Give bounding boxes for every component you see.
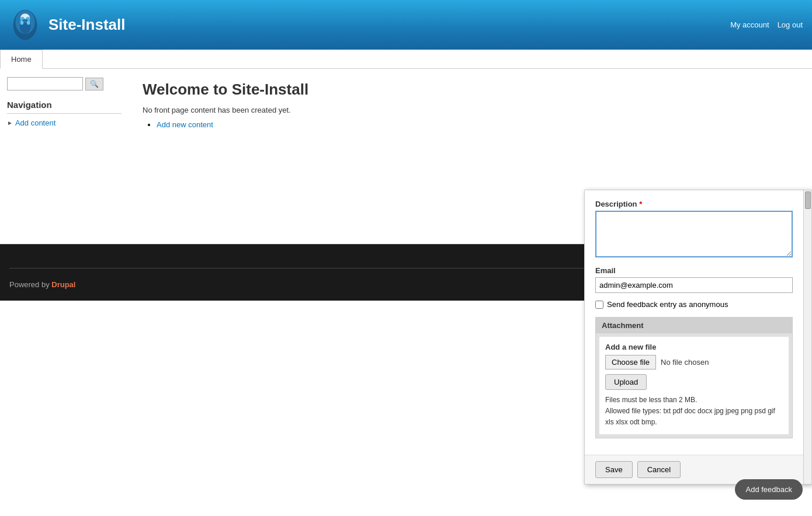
- tab-home[interactable]: Home: [0, 50, 43, 69]
- navigation-title: Navigation: [7, 100, 122, 114]
- log-out-link[interactable]: Log out: [778, 20, 803, 29]
- add-content-label: Add content: [15, 118, 55, 127]
- sidebar: 🔍 Navigation ► Add content: [0, 69, 129, 244]
- site-title: Site-Install: [48, 16, 125, 34]
- scrollbar-thumb: [805, 191, 811, 209]
- anonymous-row: Send feedback entry as anonymous: [595, 300, 793, 301]
- my-account-link[interactable]: My account: [730, 20, 769, 29]
- content-list: Add new content: [157, 120, 798, 129]
- drupal-logo: [9, 8, 41, 43]
- add-new-content-link[interactable]: Add new content: [157, 120, 213, 129]
- modal-scrollbar[interactable]: [803, 190, 811, 301]
- description-label: Description *: [595, 200, 793, 208]
- svg-point-6: [20, 20, 24, 25]
- anonymous-checkbox[interactable]: [595, 301, 603, 301]
- navigation-block: Navigation ► Add content: [7, 100, 122, 127]
- description-textarea[interactable]: [595, 211, 793, 257]
- modal-body: Description * Email Send feedback entry …: [585, 190, 803, 301]
- anonymous-label: Send feedback entry as anonymous: [607, 300, 728, 301]
- search-button[interactable]: 🔍: [85, 78, 103, 90]
- add-new-content-item: Add new content: [157, 120, 798, 129]
- page-title: Welcome to Site-Install: [143, 81, 798, 99]
- svg-point-7: [27, 20, 30, 25]
- header-nav: My account Log out: [730, 20, 803, 29]
- search-box: 🔍: [7, 77, 122, 90]
- search-input[interactable]: [7, 77, 83, 90]
- email-label: Email: [595, 266, 793, 275]
- add-content-link[interactable]: ► Add content: [7, 118, 122, 127]
- powered-by-text: Powered by: [9, 280, 51, 289]
- no-content-text: No front page content has been created y…: [143, 106, 798, 114]
- navbar: Home: [0, 50, 812, 69]
- required-star: *: [639, 200, 642, 208]
- drupal-link[interactable]: Drupal: [51, 280, 75, 289]
- site-header: Site-Install My account Log out: [0, 0, 812, 50]
- description-row: Description *: [595, 200, 793, 259]
- email-row: Email: [595, 266, 793, 293]
- header-left: Site-Install: [9, 8, 125, 43]
- feedback-modal: Description * Email Send feedback entry …: [584, 190, 812, 301]
- email-input[interactable]: [595, 277, 793, 293]
- arrow-icon: ►: [7, 120, 13, 126]
